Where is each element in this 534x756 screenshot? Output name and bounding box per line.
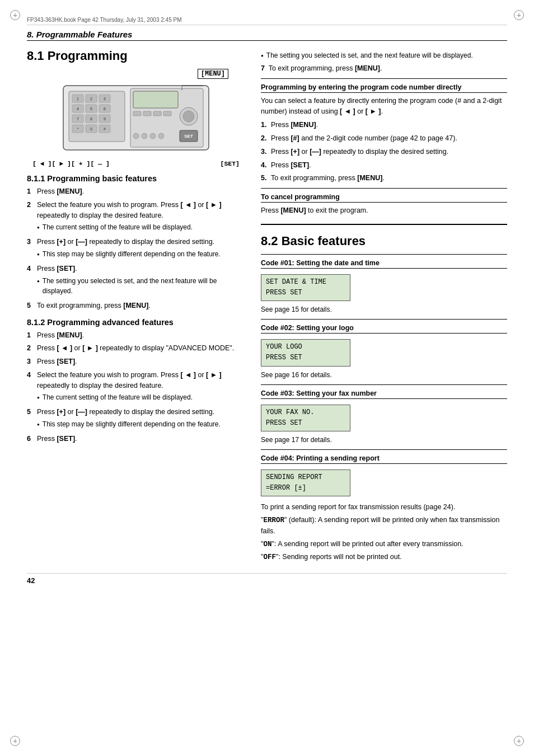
- code03-see-page: See page 17 for details.: [261, 436, 507, 444]
- fax-device: 1 2 3 4 5 6 7 8 9 * 0 #: [58, 80, 214, 158]
- page-number: 42: [27, 576, 35, 585]
- cancel-text: Press [MENU] to exit the program.: [261, 205, 507, 216]
- sec82-title: 8.2 Basic features: [261, 234, 507, 248]
- two-col-layout: 8.1 Programming [MENU]: [27, 49, 507, 563]
- code02-see-page: See page 16 for details.: [261, 371, 507, 379]
- svg-point-36: [150, 133, 156, 139]
- code02-lcd-line2: PRESS SET: [266, 353, 345, 363]
- code01-see-page: See page 15 for details.: [261, 306, 507, 313]
- code04-desc1: To print a sending report for fax transm…: [261, 502, 507, 513]
- code02-lcd-line1: YOUR LOGO: [266, 342, 345, 353]
- adv-step-2: 2 Press [ ◄ ] or [ ► ] repeatedly to dis…: [27, 343, 245, 354]
- code01-lcd: SET DATE & TIME PRESS SET: [261, 274, 350, 301]
- svg-text:0: 0: [90, 127, 92, 131]
- adv-step-3: 3 Press [SET].: [27, 356, 245, 367]
- menu-label-area: [MENU]: [27, 69, 245, 79]
- divider-3: [261, 224, 507, 225]
- svg-text:2: 2: [90, 97, 92, 101]
- divider-1: [261, 78, 507, 79]
- svg-rect-27: [133, 91, 178, 108]
- divider-5: [261, 319, 507, 320]
- svg-rect-30: [153, 111, 161, 116]
- corner-tr: [514, 10, 524, 20]
- prog-by-code-text: You can select a feature by directly ent…: [261, 96, 507, 117]
- code03-lcd-line1: YOUR FAX NO.: [266, 407, 345, 418]
- col-right: The setting you selected is set, and the…: [261, 49, 507, 563]
- svg-text:6: 6: [104, 107, 106, 111]
- adv-step-4: 4 Select the feature you wish to program…: [27, 370, 245, 405]
- corner-tl: [10, 10, 20, 20]
- svg-point-33: [183, 111, 194, 122]
- page-content: FP343-363HK.book Page 42 Thursday, July …: [27, 17, 507, 585]
- svg-text:*: *: [77, 127, 79, 131]
- step-3: 3 Press [+] or [—] repeatedly to display…: [27, 237, 245, 261]
- svg-text:3: 3: [104, 97, 106, 101]
- divider-2: [261, 188, 507, 189]
- code01-lcd-line1: SET DATE & TIME: [266, 277, 345, 288]
- corner-br: [514, 736, 524, 746]
- svg-text:8: 8: [90, 117, 92, 121]
- code04-desc3: "ON": A sending report will be printed o…: [261, 539, 507, 550]
- ce-step-2: 2. Press [#] and the 2-digit code number…: [261, 133, 507, 144]
- code02-lcd: YOUR LOGO PRESS SET: [261, 339, 350, 366]
- code04-lcd-line1: SENDING REPORT: [266, 472, 345, 483]
- code03-lcd: YOUR FAX NO. PRESS SET: [261, 405, 350, 431]
- divider-7: [261, 449, 507, 450]
- ce-step-4: 4. Press [SET].: [261, 160, 507, 171]
- sec112-steps: 1 Press [MENU]. 2 Press [ ◄ ] or [ ► ] r…: [27, 330, 245, 444]
- code03-header: Code #03: Setting your fax number: [261, 389, 507, 399]
- menu-label: [MENU]: [198, 69, 228, 79]
- svg-point-37: [158, 133, 164, 139]
- ce-step-3: 3. Press [+] or [—] repeatedly to displa…: [261, 147, 507, 157]
- set-label: [SET]: [220, 160, 240, 167]
- adv-step-1: 1 Press [MENU].: [27, 330, 245, 341]
- adv-step-5: 5 Press [+] or [—] repeatedly to display…: [27, 407, 245, 431]
- device-bottom-labels: [ ◄ ][ ► ][ + ][ — ] [SET]: [27, 160, 245, 167]
- step-4: 4 Press [SET]. The setting you selected …: [27, 264, 245, 298]
- svg-point-35: [142, 133, 147, 139]
- svg-text:5: 5: [90, 107, 92, 111]
- svg-text:1: 1: [77, 97, 79, 101]
- device-container: [MENU]: [27, 69, 245, 167]
- nav-keys-label: [ ◄ ][ ► ][ + ][ — ]: [32, 160, 110, 167]
- code-entry-steps: 1. Press [MENU]. 2. Press [#] and the 2-…: [261, 120, 507, 184]
- section-header: 8. Programmable Features: [27, 30, 507, 41]
- svg-text:7: 7: [77, 117, 79, 121]
- code04-lcd-line2: =ERROR [±]: [266, 483, 345, 494]
- code04-desc2: "ERROR" (default): A sending report will…: [261, 515, 507, 537]
- sec81-title: 8.1 Programming: [27, 49, 245, 63]
- svg-rect-28: [133, 111, 141, 116]
- corner-bl: [10, 736, 20, 746]
- divider-6: [261, 384, 507, 385]
- ce-step-1: 1. Press [MENU].: [261, 120, 507, 130]
- divider-4: [261, 254, 507, 255]
- page-footer: 42: [27, 573, 507, 585]
- code04-header: Code #04: Printing a sending report: [261, 454, 507, 464]
- code01-lcd-line2: PRESS SET: [266, 288, 345, 298]
- right-top-text: The setting you selected is set, and the…: [261, 50, 507, 74]
- code02-header: Code #02: Setting your logo: [261, 324, 507, 334]
- svg-point-34: [133, 133, 139, 139]
- svg-text:4: 4: [77, 107, 79, 111]
- code03-lcd-line2: PRESS SET: [266, 418, 345, 429]
- prog-by-code-header: Programming by entering the program code…: [261, 83, 507, 93]
- adv-step-6: 6 Press [SET].: [27, 434, 245, 444]
- code04-desc4: "OFF": Sending reports will not be print…: [261, 552, 507, 563]
- svg-rect-29: [143, 111, 151, 116]
- cancel-header: To cancel programming: [261, 193, 507, 203]
- code01-header: Code #01: Setting the date and time: [261, 259, 507, 269]
- subsec111-title: 8.1.1 Programming basic features: [27, 174, 245, 183]
- step-2: 2 Select the feature you wish to program…: [27, 200, 245, 234]
- code04-lcd: SENDING REPORT =ERROR [±]: [261, 469, 350, 496]
- col-left: 8.1 Programming [MENU]: [27, 49, 245, 563]
- ce-step-5: 5. To exit programming, press [MENU].: [261, 173, 507, 184]
- sec111-steps: 1 Press [MENU]. 2 Select the feature you…: [27, 186, 245, 311]
- svg-rect-31: [163, 111, 171, 116]
- file-bar: FP343-363HK.book Page 42 Thursday, July …: [27, 17, 507, 25]
- page-outer: FP343-363HK.book Page 42 Thursday, July …: [0, 0, 534, 756]
- step-5: 5 To exit programming, press [MENU].: [27, 300, 245, 311]
- svg-text:SET: SET: [184, 134, 193, 139]
- svg-text:#: #: [104, 127, 106, 131]
- svg-text:9: 9: [104, 117, 106, 121]
- step-1: 1 Press [MENU].: [27, 186, 245, 197]
